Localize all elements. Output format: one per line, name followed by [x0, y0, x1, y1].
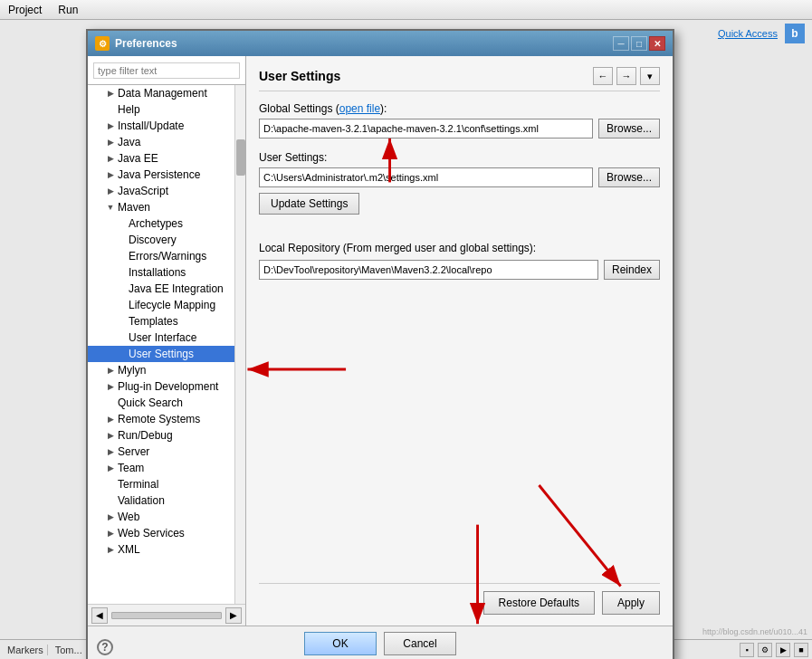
tree-item-label: Mylyn — [118, 364, 146, 377]
tree-item-label: Web Services — [118, 527, 185, 540]
page-title: User Settings — [259, 69, 340, 83]
tree-item-label: Installations — [129, 266, 186, 279]
ok-button[interactable]: OK — [304, 632, 377, 655]
tree-item-discovery[interactable]: Discovery — [88, 232, 234, 248]
tree-item-data-management[interactable]: ▶ Data Management — [88, 85, 234, 101]
expand-arrow: ▶ — [106, 121, 115, 130]
tree-item-installations[interactable]: Installations — [88, 264, 234, 281]
tree-item-user-settings[interactable]: User Settings — [88, 346, 234, 362]
quick-access-icon[interactable]: b — [785, 24, 805, 43]
tree-item-errors-warnings[interactable]: Errors/Warnings — [88, 248, 234, 264]
tree-item-label: Java EE Integration — [129, 282, 224, 295]
menu-run[interactable]: Run — [53, 2, 82, 18]
apply-button[interactable]: Apply — [602, 591, 660, 615]
expand-arrow: ▶ — [106, 366, 115, 375]
tree-item-maven[interactable]: ▼ Maven — [88, 199, 234, 215]
tree-item-server[interactable]: ▶ Server — [88, 444, 234, 460]
preferences-main-content: User Settings ← → ▾ Global Settings (ope… — [246, 56, 673, 626]
expand-arrow: ▶ — [106, 415, 115, 424]
menu-project[interactable]: Project — [4, 2, 46, 18]
tree-item-terminal[interactable]: Terminal — [88, 476, 234, 492]
tree-item-label: User Interface — [129, 331, 196, 344]
tree-item-xml[interactable]: ▶ XML — [88, 541, 234, 558]
help-button[interactable]: ? — [97, 639, 113, 655]
statusbar-icon-4[interactable]: ■ — [794, 643, 808, 657]
expand-arrow: ▶ — [106, 463, 115, 473]
content-spacer — [259, 292, 660, 583]
restore-button[interactable]: □ — [631, 36, 647, 51]
toolbar-forward-button[interactable]: → — [616, 67, 636, 85]
preferences-tree-panel: ▶ Data Management Help ▶ Install/Update — [88, 56, 246, 626]
tree-nav-bar: ◀ ▶ — [88, 604, 245, 626]
expand-arrow: ▶ — [106, 186, 115, 196]
statusbar-icon-1[interactable]: ▪ — [740, 643, 754, 657]
tree-item-java[interactable]: ▶ Java — [88, 134, 234, 150]
eclipse-window: Project Run Quick Access b ⚙ Preferences… — [0, 0, 812, 659]
tree-forward-button[interactable]: ▶ — [225, 607, 242, 624]
expand-arrow: ▶ — [106, 382, 115, 391]
toolbar-dropdown-button[interactable]: ▾ — [640, 67, 660, 85]
tree-item-plugin-dev[interactable]: ▶ Plug-in Development — [88, 378, 234, 395]
restore-defaults-button[interactable]: Restore Defaults — [483, 591, 595, 615]
close-button[interactable]: ✕ — [649, 36, 665, 51]
tree-item-label: Java Persistence — [118, 168, 200, 181]
tree-item-java-persistence[interactable]: ▶ Java Persistence — [88, 167, 234, 183]
toolbar-back-button[interactable]: ← — [593, 67, 613, 85]
tree-item-archetypes[interactable]: Archetypes — [88, 215, 234, 232]
dialog-title: Preferences — [115, 37, 177, 50]
expand-arrow: ▶ — [106, 545, 115, 554]
tree-item-lifecycle-mapping[interactable]: Lifecycle Mapping — [88, 297, 234, 313]
tree-item-user-interface[interactable]: User Interface — [88, 330, 234, 346]
tree-item-label: Data Management — [118, 87, 207, 100]
tree-scrolltrack[interactable] — [111, 612, 222, 619]
tree-item-web-services[interactable]: ▶ Web Services — [88, 525, 234, 541]
tree-back-button[interactable]: ◀ — [91, 607, 108, 624]
tree-item-quick-search[interactable]: Quick Search — [88, 395, 234, 411]
minimize-button[interactable]: ─ — [613, 36, 629, 51]
tree-item-help[interactable]: Help — [88, 101, 234, 118]
statusbar-icon-3[interactable]: ▶ — [776, 643, 790, 657]
watermark: http://blog.csdn.net/u010...41 — [702, 627, 807, 636]
tree-item-label: Plug-in Development — [118, 380, 218, 393]
local-repo-row: Reindex — [259, 260, 660, 280]
tree-item-java-ee[interactable]: ▶ Java EE — [88, 150, 234, 167]
open-file-link[interactable]: open file — [339, 102, 380, 115]
user-settings-label: User Settings: — [259, 151, 660, 164]
tree-item-validation[interactable]: Validation — [88, 492, 234, 509]
dialog-body: ▶ Data Management Help ▶ Install/Update — [88, 56, 673, 626]
user-settings-section: User Settings: Browse... Update Settings — [259, 151, 660, 215]
tree-scrollbar[interactable] — [234, 85, 245, 604]
tree-item-mylyn[interactable]: ▶ Mylyn — [88, 362, 234, 378]
tree-item-label: Team — [118, 462, 144, 474]
local-repo-input[interactable] — [259, 260, 598, 280]
tree-item-web[interactable]: ▶ Web — [88, 509, 234, 525]
status-item-1: Tom... — [52, 645, 87, 655]
tree-item-remote-systems[interactable]: ▶ Remote Systems — [88, 411, 234, 427]
titlebar-left: ⚙ Preferences — [95, 36, 177, 51]
update-settings-button[interactable]: Update Settings — [259, 193, 359, 215]
statusbar-icon-2[interactable]: ⚙ — [758, 643, 772, 657]
tree-item-javascript[interactable]: ▶ JavaScript — [88, 183, 234, 199]
cancel-button[interactable]: Cancel — [384, 632, 456, 655]
tree-item-templates[interactable]: Templates — [88, 313, 234, 330]
quick-access-link[interactable]: Quick Access — [714, 26, 781, 41]
search-input[interactable] — [93, 62, 240, 79]
user-settings-input[interactable] — [259, 167, 593, 187]
tree-item-label: User Settings — [129, 348, 194, 360]
expand-arrow: ▶ — [106, 138, 115, 147]
global-settings-browse-button[interactable]: Browse... — [598, 119, 660, 138]
tree-item-label: Archetypes — [129, 217, 183, 230]
global-settings-input[interactable] — [259, 119, 593, 138]
tree-item-install-update[interactable]: ▶ Install/Update — [88, 118, 234, 134]
preferences-icon: ⚙ — [95, 36, 110, 51]
expand-arrow: ▶ — [106, 447, 115, 456]
eclipse-menubar: Project Run — [0, 0, 812, 20]
tree-item-java-ee-integration[interactable]: Java EE Integration — [88, 281, 234, 297]
tree-item-team[interactable]: ▶ Team — [88, 460, 234, 476]
tree-item-label: Maven — [118, 201, 150, 214]
user-settings-browse-button[interactable]: Browse... — [598, 167, 660, 187]
main-toolbar: ← → ▾ — [593, 67, 660, 85]
tree-item-label: XML — [118, 543, 140, 556]
reindex-button[interactable]: Reindex — [604, 260, 660, 280]
tree-item-run-debug[interactable]: ▶ Run/Debug — [88, 427, 234, 444]
